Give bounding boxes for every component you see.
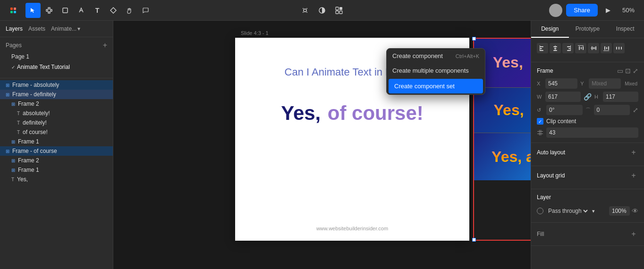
pages-section: Pages + Page 1 ✓ Animate Text Tutorial <box>0 37 113 78</box>
svg-rect-44 <box>616 47 617 50</box>
svg-rect-16 <box>336 7 339 10</box>
w-input[interactable] <box>545 92 581 102</box>
align-bottom[interactable] <box>601 43 612 53</box>
y-input[interactable] <box>589 78 621 89</box>
blend-mode-container: Pass through ▾ <box>537 207 595 215</box>
tool-group: T <box>25 3 153 18</box>
blend-chevron: ▾ <box>592 208 595 214</box>
svg-rect-20 <box>540 46 543 47</box>
svg-rect-17 <box>339 7 342 10</box>
vector-tool[interactable] <box>74 3 89 18</box>
layout-grid-title: Layout grid + <box>537 171 638 180</box>
distribute-h[interactable] <box>613 43 625 53</box>
figma-menu-button[interactable] <box>6 3 21 18</box>
select-tool[interactable] <box>25 3 41 18</box>
page-item-1[interactable]: Page 1 <box>6 51 107 62</box>
svg-rect-27 <box>555 45 556 51</box>
page-item-2[interactable]: ✓ Animate Text Tutorial <box>6 62 107 72</box>
svg-rect-6 <box>48 8 50 9</box>
expand-icon[interactable]: ⤢ <box>633 106 638 114</box>
svg-rect-3 <box>14 11 16 13</box>
svg-rect-48 <box>537 134 543 134</box>
center-tools <box>297 3 347 18</box>
svg-point-11 <box>303 8 304 9</box>
add-auto-layout[interactable]: + <box>629 148 638 157</box>
menu-item-label: Create component set <box>394 83 455 90</box>
context-menu-create-component[interactable]: Create component Ctrl+Alt+K <box>387 49 485 63</box>
opacity-container: 👁 <box>609 206 638 216</box>
tab-animate[interactable]: Animate... ▾ <box>51 25 80 32</box>
menu-item-label: Create multiple components <box>392 67 469 74</box>
layer-yes-text[interactable]: T Yes, <box>0 175 113 184</box>
align-top[interactable] <box>575 43 586 53</box>
add-fill[interactable]: + <box>629 229 638 239</box>
zoom-level[interactable]: 50% <box>619 5 638 16</box>
context-menu-create-set[interactable]: Create component set <box>389 79 483 93</box>
tab-layers[interactable]: Layers <box>6 25 23 33</box>
present-button[interactable]: ▶ <box>602 4 615 17</box>
avatar[interactable] <box>549 4 562 17</box>
align-center-v[interactable] <box>588 43 599 53</box>
svg-rect-39 <box>591 48 596 49</box>
clip-content-checkbox[interactable]: ✓ <box>537 118 543 125</box>
layout-grid-section: Layout grid + <box>531 166 644 189</box>
svg-rect-18 <box>336 11 339 14</box>
h-input[interactable] <box>603 92 638 102</box>
x-input[interactable] <box>545 78 577 89</box>
frame-tool[interactable] <box>42 3 57 18</box>
add-page-button[interactable]: + <box>103 41 107 50</box>
context-menu-create-multiple[interactable]: Create multiple components <box>387 63 485 78</box>
layer-frame-ofcourse[interactable]: ⊞ Frame - of course <box>0 146 113 156</box>
canvas-area[interactable]: Slide 4:3 - 1 Can I Animate Text in Figm… <box>113 21 531 269</box>
layer-frame-absolutely[interactable]: ⊞ Frame - absolutely <box>0 80 113 90</box>
w-label: W <box>537 94 542 100</box>
svg-marker-9 <box>110 8 116 13</box>
hand-tool[interactable] <box>122 3 137 18</box>
component-tool[interactable] <box>106 3 121 18</box>
tab-inspect[interactable]: Inspect <box>606 21 644 38</box>
tab-assets[interactable]: Assets <box>28 25 45 33</box>
layer-frame2b[interactable]: ⊞ Frame 2 <box>0 156 113 165</box>
tab-prototype[interactable]: Prototype <box>569 21 607 38</box>
rotation-input[interactable] <box>546 105 583 115</box>
frame-expand[interactable]: ⤢ <box>633 67 638 75</box>
corner-input[interactable] <box>594 105 630 115</box>
align-center-h[interactable] <box>550 43 561 53</box>
layer-section-label: Layer <box>537 194 551 201</box>
clip-content-label: Clip content <box>546 118 576 125</box>
blend-mode-select[interactable]: Pass through <box>546 207 589 215</box>
layer-frame1[interactable]: ⊞ Frame 1 <box>0 137 113 146</box>
text-tool[interactable]: T <box>90 3 105 18</box>
align-right[interactable] <box>562 43 574 53</box>
frame-view-toggle[interactable]: ▭ <box>617 67 623 75</box>
clip-content-row: ✓ Clip content <box>537 118 638 125</box>
spacing-input[interactable] <box>546 127 638 138</box>
layer-frame2[interactable]: ⊞ Frame 2 <box>0 99 113 109</box>
svg-rect-32 <box>579 46 580 50</box>
opacity-input[interactable] <box>609 206 630 216</box>
layer-frame-definitely[interactable]: ⊞ Frame - definitely <box>0 90 113 99</box>
svg-rect-43 <box>603 50 609 51</box>
share-button[interactable]: Share <box>566 4 598 17</box>
fill-row: Fill + <box>537 227 638 241</box>
grid-snap-button[interactable] <box>297 3 313 18</box>
view-options[interactable] <box>331 3 347 18</box>
svg-rect-0 <box>10 8 13 10</box>
align-left[interactable] <box>537 43 548 53</box>
frame-view-toggle2[interactable]: ⊡ <box>625 67 631 75</box>
theme-toggle[interactable] <box>314 3 330 18</box>
layer-definitely-text[interactable]: T definitely! <box>0 118 113 127</box>
layer-frame1b[interactable]: ⊞ Frame 1 <box>0 165 113 175</box>
add-layout-grid[interactable]: + <box>629 171 638 180</box>
layer-ofcourse-text[interactable]: T of course! <box>0 127 113 137</box>
comment-tool[interactable] <box>138 3 153 18</box>
rotation-label: ↺ <box>537 107 543 113</box>
shape-tool[interactable] <box>58 3 73 18</box>
svg-rect-40 <box>604 46 605 50</box>
tab-design[interactable]: Design <box>531 21 569 38</box>
layer-label: Yes, <box>17 176 28 183</box>
lock-icon[interactable]: 🔗 <box>584 93 592 101</box>
visibility-toggle[interactable]: 👁 <box>632 207 638 215</box>
layer-label: Frame 2 <box>18 101 39 107</box>
layer-absolutely-text[interactable]: T absolutely! <box>0 109 113 118</box>
